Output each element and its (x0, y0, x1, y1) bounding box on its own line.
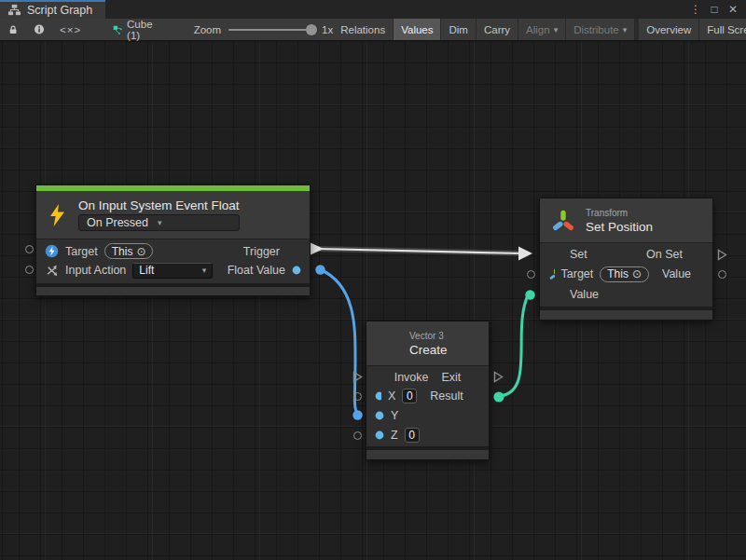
node-transform-set-position[interactable]: Transform Set Position Set On Set Target… (539, 198, 713, 321)
float-port-icon[interactable] (375, 411, 384, 420)
y-label: Y (391, 409, 398, 422)
trigger-label: Trigger (243, 245, 280, 258)
values-button[interactable]: Values (394, 19, 440, 40)
node-on-input-system-event[interactable]: On Input System Event Float On Pressed ▾… (35, 184, 311, 296)
align-button[interactable]: Align ▾ (518, 19, 565, 40)
transform-value-out-port[interactable] (718, 270, 726, 279)
target-icon: ⊙ (632, 267, 642, 280)
chevron-down-icon: ▾ (623, 25, 628, 34)
x-in-port[interactable] (353, 392, 362, 401)
float-value-out-port[interactable] (315, 265, 325, 275)
event-node-title: On Input System Event Float (78, 198, 240, 212)
transform-target-row: Target This ⊙ Value (540, 264, 712, 284)
transform-value-row: Value (540, 284, 712, 305)
window-controls: ⋮ □ ✕ (688, 0, 746, 19)
x-label: X (388, 389, 395, 403)
maximize-icon[interactable]: □ (707, 3, 722, 16)
on-set-out-port[interactable] (717, 249, 727, 261)
transform-value-in-port-connected[interactable] (525, 290, 535, 300)
x-value-input[interactable]: 0 (402, 389, 417, 403)
chevron-down-icon: ▾ (158, 218, 162, 227)
float-port-icon[interactable] (375, 391, 381, 401)
set-label: Set (570, 248, 587, 261)
flow-port-icon[interactable] (467, 373, 480, 382)
lock-button[interactable] (0, 19, 26, 40)
y-row: Y (366, 405, 489, 425)
wire-trigger-arrowhead (518, 247, 532, 261)
event-action-row: Input Action Lift ▾ Float Value (36, 260, 310, 280)
input-action-dropdown[interactable]: Lift ▾ (132, 263, 213, 279)
wire-trigger-source-arrow[interactable] (311, 243, 324, 255)
vector3-icon (376, 331, 401, 356)
event-input-port[interactable] (25, 266, 34, 274)
float-port-icon[interactable] (292, 266, 301, 275)
input-action-label: Input Action (65, 264, 126, 277)
vector3-node-header[interactable]: Vector 3 Create (366, 321, 489, 366)
chevron-down-icon: ▾ (554, 25, 559, 34)
result-out-port-connected[interactable] (493, 391, 504, 403)
zoom-slider-handle[interactable] (306, 24, 317, 35)
vector-port-icon[interactable] (470, 389, 480, 403)
float-port-icon[interactable] (375, 430, 384, 440)
more-menu-icon[interactable]: ⋮ (688, 3, 703, 16)
target-label: Target (561, 267, 594, 280)
info-icon (34, 22, 45, 36)
fullscreen-button[interactable]: Full Screen (699, 19, 746, 40)
invoke-in-port[interactable] (352, 371, 363, 383)
input-action-icon (45, 264, 59, 278)
event-mode-dropdown[interactable]: On Pressed ▾ (78, 214, 240, 231)
invoke-row: Invoke Exit (366, 366, 489, 386)
info-button[interactable] (26, 19, 52, 40)
code-view-button[interactable]: <×> (52, 19, 89, 40)
toolbar-toggles: Relations Values Dim Carry Align ▾ Distr… (333, 19, 746, 40)
vector-port-icon[interactable] (698, 266, 704, 281)
wire-result-to-value[interactable] (500, 294, 529, 396)
lightning-bolt-icon (48, 203, 68, 227)
vector3-category: Vector 3 (409, 331, 448, 341)
float-value-label: Float Value (228, 264, 285, 277)
dim-button[interactable]: Dim (441, 19, 475, 40)
distribute-button[interactable]: Distribute ▾ (566, 19, 634, 40)
z-value-input[interactable]: 0 (405, 428, 420, 443)
flow-port-icon[interactable] (548, 250, 563, 259)
transform-icon (550, 208, 576, 234)
target-label: Target (65, 245, 98, 258)
event-target-row: Target This ⊙ Trigger (36, 239, 310, 260)
relations-button[interactable]: Relations (333, 19, 393, 40)
flow-port-icon[interactable] (375, 373, 388, 382)
vector-port-icon[interactable] (548, 287, 563, 302)
transform-target-in-port[interactable] (527, 270, 535, 279)
flow-port-icon[interactable] (689, 250, 704, 259)
exit-out-port[interactable] (493, 371, 504, 383)
invoke-label: Invoke (394, 371, 429, 384)
node-vector3-create[interactable]: Vector 3 Create Invoke Exit X 0 Result (366, 321, 490, 460)
result-label: Result (430, 389, 463, 403)
transform-node-header[interactable]: Transform Set Position (540, 198, 712, 243)
input-system-icon (45, 244, 59, 258)
y-in-port-connected[interactable] (352, 410, 363, 420)
carry-button[interactable]: Carry (477, 19, 518, 40)
set-row: Set On Set (540, 243, 712, 264)
overview-button[interactable]: Overview (639, 19, 698, 40)
z-in-port[interactable] (353, 431, 362, 440)
transform-category: Transform (586, 208, 653, 218)
value-in-label: Value (570, 288, 599, 301)
wire-float-to-y[interactable] (320, 269, 359, 415)
tab-script-graph[interactable]: Script Graph (0, 0, 105, 19)
event-input-port[interactable] (25, 245, 34, 253)
zoom-slider[interactable] (228, 29, 314, 31)
zoom-value: 1x (322, 24, 333, 35)
event-target-object-picker[interactable]: This ⊙ (104, 243, 154, 259)
graph-owner[interactable]: Cube (1) (89, 19, 157, 40)
flow-port-icon[interactable] (286, 247, 301, 256)
graph-owner-label: Cube (1) (127, 19, 157, 41)
close-icon[interactable]: ✕ (725, 3, 740, 16)
vector3-title: Create (409, 343, 448, 357)
zoom-control: Zoom 1x (194, 19, 334, 40)
tab-title: Script Graph (27, 4, 92, 17)
graph-canvas[interactable]: On Input System Event Float On Pressed ▾… (0, 41, 746, 560)
x-row: X 0 Result (366, 386, 489, 405)
transform-target-object-picker[interactable]: This ⊙ (600, 266, 649, 282)
tab-bar: Script Graph ⋮ □ ✕ (0, 0, 746, 19)
event-node-header[interactable]: On Input System Event Float On Pressed ▾ (36, 191, 310, 239)
